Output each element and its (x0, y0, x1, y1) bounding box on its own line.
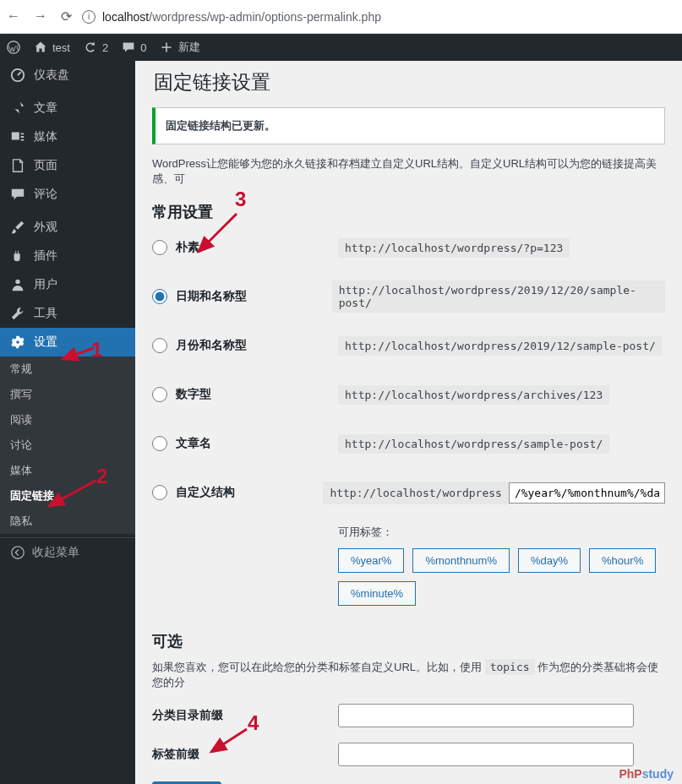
media-icon (10, 129, 25, 144)
collapse-icon (10, 545, 25, 560)
sub-item-discussion[interactable]: 讨论 (0, 433, 135, 458)
category-base-label: 分类目录前缀 (152, 708, 338, 723)
arrow-2 (41, 476, 100, 514)
comments-link[interactable]: 0 (122, 41, 146, 54)
plugin-icon (10, 248, 25, 264)
example-post-name: http://localhost/wordpress/sample-post/ (338, 434, 609, 454)
tag-day[interactable]: %day% (518, 548, 581, 573)
url-bar[interactable]: i localhost/wordpress/wp-admin/options-p… (82, 10, 675, 24)
optional-description: 如果您喜欢，您可以在此给您的分类和标签自定义URL。比如，使用 topics 作… (152, 660, 665, 690)
custom-base: http://localhost/wordpress (323, 482, 509, 504)
updates-link[interactable]: 2 (84, 41, 108, 54)
sidebar-item-dashboard[interactable]: 仪表盘 (0, 61, 135, 90)
sidebar-item-pages[interactable]: 页面 (0, 151, 135, 180)
intro-text: WordPress让您能够为您的永久链接和存档建立自定义URL结构。自定义URL… (152, 156, 665, 187)
radio-month-name[interactable] (152, 338, 167, 353)
sidebar-item-appearance[interactable]: 外观 (0, 213, 135, 242)
sidebar-item-posts[interactable]: 文章 (0, 94, 135, 122)
svg-point-2 (15, 280, 19, 284)
category-base-input[interactable] (338, 704, 634, 727)
radio-day-name[interactable] (152, 289, 167, 304)
wp-admin-bar: test 2 0 新建 (0, 34, 682, 61)
comment-icon (122, 41, 135, 54)
success-notice: 固定链接结构已更新。 (152, 107, 665, 144)
back-button[interactable]: ← (7, 8, 20, 24)
option-post-name: 文章名 http://localhost/wordpress/sample-po… (152, 427, 665, 460)
option-numeric: 数字型 http://localhost/wordpress/archives/… (152, 378, 665, 411)
radio-plain[interactable] (152, 240, 167, 255)
home-icon (34, 41, 47, 54)
update-icon (84, 41, 97, 54)
arrow-1 (56, 344, 98, 369)
tag-year[interactable]: %year% (338, 548, 404, 573)
tag-base-input[interactable] (338, 743, 634, 766)
sidebar-item-comments[interactable]: 评论 (0, 180, 135, 209)
dashboard-icon (10, 68, 25, 83)
example-month-name: http://localhost/wordpress/2019/12/sampl… (338, 336, 663, 356)
tag-monthnum[interactable]: %monthnum% (412, 548, 510, 573)
pin-icon (10, 101, 25, 116)
page-icon (10, 158, 25, 173)
radio-post-name[interactable] (152, 436, 167, 451)
user-icon (10, 277, 25, 292)
sidebar-item-users[interactable]: 用户 (0, 270, 135, 299)
reload-button[interactable]: ⟳ (61, 8, 72, 24)
main-content: 固定链接设置 固定链接结构已更新。 WordPress让您能够为您的永久链接和存… (135, 61, 682, 784)
sidebar-item-tools[interactable]: 工具 (0, 299, 135, 328)
site-link[interactable]: test (34, 41, 70, 54)
admin-sidebar: 仪表盘 文章 媒体 页面 评论 外观 插件 用户 工具 设置 常规 撰写 阅读 … (0, 61, 135, 784)
wp-logo[interactable] (7, 41, 20, 54)
custom-structure-input[interactable] (509, 482, 665, 504)
tag-minute[interactable]: %minute% (338, 581, 416, 606)
available-tags: %year% %monthnum% %day% %hour% %minute% (338, 548, 665, 606)
new-link[interactable]: 新建 (160, 40, 200, 55)
arrow-3 (190, 210, 241, 260)
radio-custom[interactable] (152, 485, 167, 500)
info-icon[interactable]: i (82, 10, 95, 24)
example-day-name: http://localhost/wordpress/2019/12/20/sa… (332, 280, 665, 313)
optional-heading: 可选 (152, 631, 665, 651)
arrow-4 (205, 725, 252, 759)
phpstudy-logo: PhPstudy (619, 767, 674, 781)
wrench-icon (10, 306, 25, 321)
collapse-menu[interactable]: 收起菜单 (0, 537, 135, 567)
option-custom: 自定义结构 http://localhost/wordpress (152, 476, 665, 509)
comments-icon (10, 187, 25, 202)
sidebar-item-media[interactable]: 媒体 (0, 122, 135, 151)
example-numeric: http://localhost/wordpress/archives/123 (338, 385, 609, 405)
page-title: 固定链接设置 (154, 69, 665, 95)
sub-item-writing[interactable]: 撰写 (0, 382, 135, 407)
sub-item-reading[interactable]: 阅读 (0, 407, 135, 433)
plus-icon (160, 41, 173, 54)
wordpress-icon (7, 41, 20, 54)
svg-point-4 (12, 547, 24, 558)
brush-icon (10, 220, 25, 235)
svg-point-3 (16, 340, 19, 344)
option-month-name: 月份和名称型 http://localhost/wordpress/2019/1… (152, 329, 665, 362)
example-plain: http://localhost/wordpress/?p=123 (338, 238, 570, 258)
option-day-name: 日期和名称型 http://localhost/wordpress/2019/1… (152, 280, 665, 313)
sidebar-item-plugins[interactable]: 插件 (0, 242, 135, 270)
browser-toolbar: ← → ⟳ i localhost/wordpress/wp-admin/opt… (0, 0, 682, 34)
tags-label: 可用标签： (338, 525, 665, 540)
settings-icon (10, 335, 25, 350)
radio-numeric[interactable] (152, 387, 167, 402)
forward-button[interactable]: → (34, 8, 47, 24)
tag-hour[interactable]: %hour% (589, 548, 656, 573)
